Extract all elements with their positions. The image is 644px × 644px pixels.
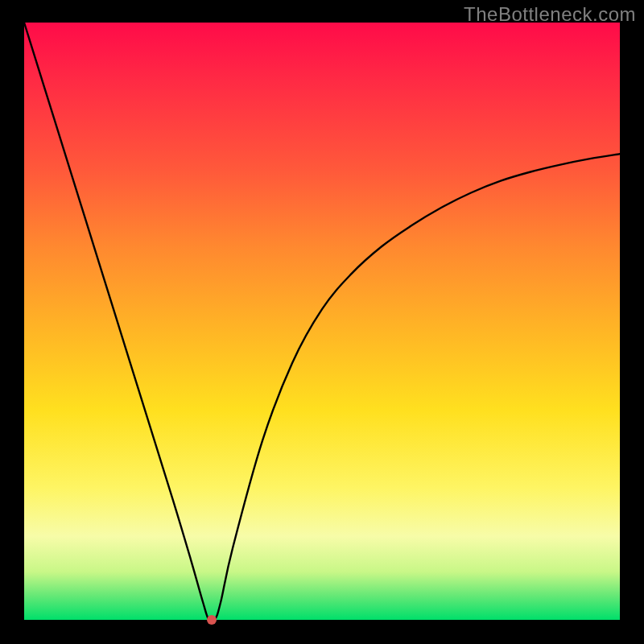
bottleneck-curve [24, 23, 620, 620]
minimum-marker [207, 615, 217, 625]
plot-area [24, 23, 620, 620]
chart-frame: TheBottleneck.com [0, 0, 644, 644]
